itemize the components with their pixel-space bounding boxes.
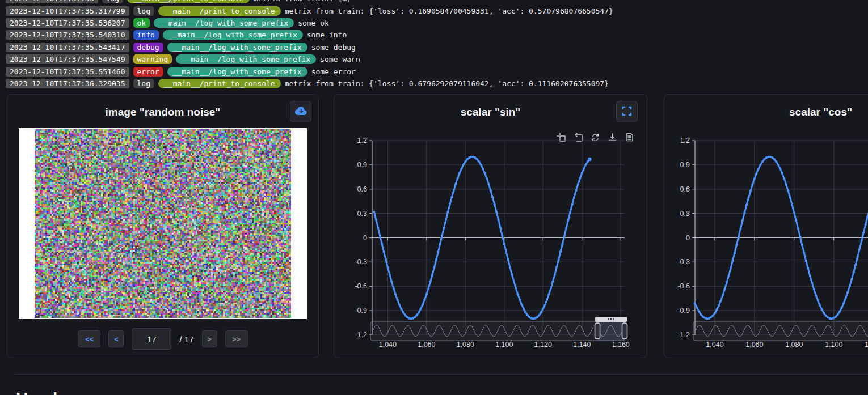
data-point — [845, 297, 847, 299]
data-point — [696, 307, 698, 309]
move-handle-grip-dot — [613, 318, 614, 320]
log-message: some error — [311, 67, 356, 76]
datazoom-slider[interactable] — [370, 317, 627, 341]
sin-chart-card: scalar "sin" 1.20.90.60.30-0.3-0.6-0.9-1… — [334, 94, 647, 358]
data-view-icon[interactable] — [627, 134, 633, 141]
next-page-button[interactable]: > — [202, 330, 217, 347]
datazoom-handle[interactable] — [622, 323, 627, 339]
y-tick-label: 0.9 — [357, 161, 367, 169]
data-point — [544, 304, 546, 306]
page-number-input[interactable] — [132, 328, 171, 350]
data-point — [698, 311, 700, 313]
data-point — [785, 184, 787, 186]
data-point — [807, 267, 809, 270]
last-page-button[interactable]: >> — [225, 330, 248, 347]
data-point — [787, 190, 789, 192]
data-point — [791, 204, 793, 206]
first-page-button[interactable]: << — [78, 330, 100, 347]
cloud-download-button[interactable] — [290, 101, 311, 122]
data-point — [842, 302, 845, 304]
last-data-point — [588, 158, 591, 161]
data-point — [408, 317, 410, 320]
data-point — [393, 287, 395, 290]
data-point — [398, 304, 401, 306]
data-point — [738, 236, 740, 238]
fullscreen-button[interactable] — [616, 101, 638, 122]
y-tick-label: -1.2 — [355, 331, 367, 339]
area-zoom-icon[interactable] — [557, 133, 565, 141]
y-tick-label: 0 — [363, 234, 367, 242]
data-point — [584, 164, 587, 166]
data-point — [423, 299, 425, 301]
prev-page-button[interactable]: < — [108, 330, 124, 347]
data-point — [835, 316, 837, 318]
data-point — [507, 258, 509, 261]
move-handle-grip-dot — [608, 318, 609, 320]
log-level-badge: log — [133, 6, 154, 16]
data-point — [429, 281, 432, 283]
datazoom-slider[interactable] — [693, 317, 868, 341]
data-point — [577, 183, 579, 185]
data-point — [846, 291, 849, 294]
sin-card-header: scalar "sin" — [334, 95, 647, 131]
log-level-badge: warning — [133, 54, 172, 64]
log-message: metrix from train: {'loss': 0.1690584700… — [285, 7, 613, 15]
log-row: 2023-12-10T17:37:35.317799log__main__/pr… — [6, 5, 868, 16]
x-tick-label: 1,100 — [825, 341, 842, 349]
data-point — [381, 243, 383, 245]
data-point — [813, 288, 815, 291]
data-point — [751, 184, 753, 186]
log-row: 2023-12-10T17:37:35.551460error__main__/… — [6, 65, 868, 77]
image-card-header: image "random noise" — [7, 95, 318, 131]
data-point — [377, 227, 379, 229]
log-row: 2023-12-10T17:37:35.543417debug__main__/… — [6, 41, 868, 53]
data-point — [462, 164, 465, 166]
cos-chart-plot[interactable]: 1.20.90.60.30-0.3-0.6-0.9-1.21,0401,0601… — [664, 131, 868, 359]
log-prefix-pill: __main__/log_with_some_prefix — [176, 54, 316, 64]
log-message: some info — [307, 31, 347, 39]
data-point — [777, 164, 779, 166]
log-message: metrix from train: {…} — [254, 0, 351, 3]
log-prefix-pill: __main__/print_to_console — [158, 6, 281, 16]
data-point — [805, 260, 807, 262]
data-point — [779, 168, 781, 170]
data-point — [803, 252, 805, 254]
data-point — [400, 308, 402, 310]
data-point — [823, 312, 825, 314]
y-tick-label: 0.3 — [357, 210, 367, 218]
data-point — [573, 196, 575, 198]
data-point — [819, 304, 821, 307]
data-point — [567, 219, 570, 221]
data-point — [521, 304, 523, 306]
data-point — [730, 267, 732, 270]
datazoom-window[interactable] — [597, 321, 625, 341]
data-point — [857, 256, 859, 258]
datazoom-handle[interactable] — [595, 323, 600, 339]
data-point — [734, 252, 736, 254]
bottom-section-heading: Header — [16, 389, 74, 395]
y-tick-label: -0.3 — [677, 258, 690, 266]
data-point — [483, 172, 486, 175]
move-handle-grip-dot — [610, 318, 612, 320]
data-point — [741, 219, 744, 222]
data-point — [466, 158, 469, 160]
save-image-icon[interactable] — [609, 134, 616, 141]
log-row: 2023-12-10T17:37:35.536207ok__main__/log… — [6, 17, 868, 29]
x-tick-label: 1,140 — [573, 341, 591, 349]
sin-chart-plot[interactable]: 1.20.90.60.30-0.3-0.6-0.9-1.21,0401,0601… — [334, 131, 648, 359]
y-tick-label: 1.2 — [357, 137, 367, 145]
data-point — [849, 285, 851, 287]
data-point — [771, 156, 773, 159]
data-point — [861, 240, 863, 242]
log-message: some debug — [311, 43, 356, 52]
data-point — [464, 160, 466, 163]
data-point — [490, 189, 492, 192]
fullscreen-icon — [621, 105, 633, 118]
zoom-reset-icon[interactable] — [575, 133, 582, 141]
data-point — [587, 160, 589, 163]
data-point — [555, 266, 558, 269]
data-point — [759, 164, 761, 166]
restore-icon[interactable] — [592, 134, 599, 141]
data-point — [793, 211, 795, 214]
data-point — [402, 311, 404, 313]
